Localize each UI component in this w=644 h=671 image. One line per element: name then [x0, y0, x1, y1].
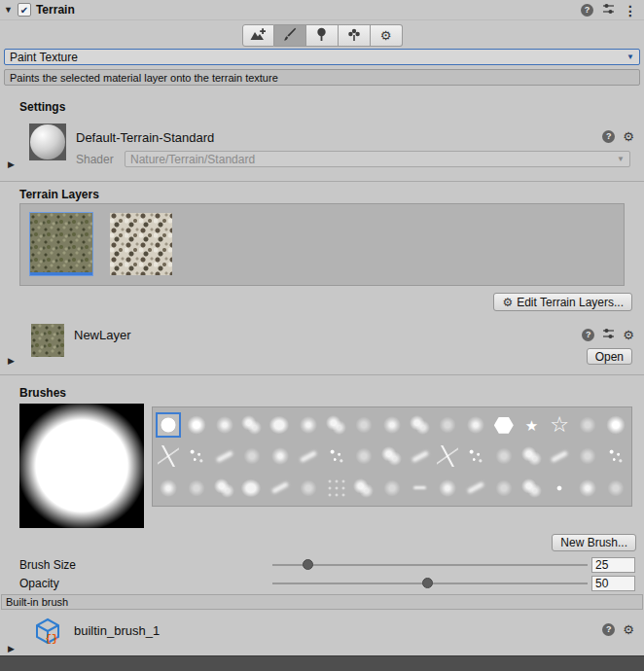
- brush-item[interactable]: [603, 443, 628, 469]
- new-layer-thumbnail[interactable]: [31, 324, 64, 357]
- create-neighbor-terrains-button[interactable]: [242, 24, 274, 47]
- brush-item[interactable]: [212, 443, 237, 469]
- brush-item[interactable]: [239, 412, 265, 438]
- brush-item[interactable]: [296, 443, 321, 469]
- brush-item[interactable]: [379, 412, 405, 438]
- brush-item[interactable]: [463, 412, 488, 438]
- help-icon[interactable]: ?: [581, 4, 593, 17]
- brush-item[interactable]: [239, 443, 265, 469]
- terrain-layer-thumbnail[interactable]: [30, 213, 92, 275]
- material-preview-thumbnail[interactable]: [29, 124, 66, 160]
- new-brush-button-label: New Brush...: [560, 536, 627, 549]
- brush-item[interactable]: [435, 443, 460, 469]
- gear-icon[interactable]: ⚙: [623, 623, 634, 636]
- brush-item[interactable]: [156, 412, 181, 438]
- gear-icon[interactable]: ⚙: [623, 329, 634, 341]
- brush-item[interactable]: [156, 476, 181, 501]
- brush-item[interactable]: [379, 476, 405, 501]
- brush-shape-icon: [605, 477, 626, 499]
- brush-item[interactable]: [324, 476, 349, 501]
- new-brush-button[interactable]: New Brush...: [552, 534, 636, 551]
- paint-trees-button[interactable]: [306, 24, 339, 47]
- help-icon[interactable]: ?: [602, 130, 615, 143]
- brush-item[interactable]: [491, 412, 517, 438]
- slider-knob[interactable]: [422, 578, 433, 588]
- brush-item[interactable]: [575, 476, 600, 501]
- component-foldout-icon[interactable]: ▼: [4, 6, 13, 15]
- new-layer-foldout-icon[interactable]: ▶: [8, 357, 15, 366]
- brush-item[interactable]: [463, 443, 488, 469]
- opacity-field[interactable]: [591, 576, 635, 591]
- paint-terrain-button[interactable]: [274, 24, 306, 47]
- brush-item[interactable]: [212, 412, 237, 438]
- brush-item[interactable]: [268, 443, 293, 469]
- brush-item[interactable]: [184, 412, 209, 438]
- brush-shape-icon: [269, 445, 291, 467]
- brush-item[interactable]: [491, 443, 517, 469]
- paint-details-button[interactable]: [339, 24, 371, 47]
- bottom-panel-strip: [0, 655, 644, 671]
- terrain-inspector: ▼ ✔ Terrain ? ⋮ ⚙: [0, 0, 644, 671]
- brush-item[interactable]: [519, 476, 545, 501]
- brush-item[interactable]: [408, 443, 433, 469]
- brush-size-field[interactable]: [591, 557, 635, 573]
- brush-item[interactable]: [324, 443, 349, 469]
- brush-item[interactable]: [324, 412, 349, 438]
- terrain-layer-thumbnail[interactable]: [110, 213, 172, 275]
- brush-item[interactable]: [575, 412, 600, 438]
- brush-item[interactable]: [268, 476, 293, 501]
- brush-item[interactable]: [547, 412, 572, 438]
- brush-item[interactable]: [435, 412, 460, 438]
- brush-shape-icon: [467, 481, 484, 494]
- preset-icon[interactable]: [602, 328, 615, 342]
- brush-item[interactable]: [435, 476, 460, 501]
- builtin-brush-name: builtin_brush_1: [74, 623, 160, 638]
- brush-item[interactable]: [519, 412, 545, 438]
- brush-item[interactable]: [408, 476, 433, 501]
- help-box: Paints the selected material layer onto …: [4, 69, 640, 86]
- brush-shape-icon: [353, 414, 375, 436]
- preset-icon[interactable]: [602, 3, 615, 18]
- brush-item[interactable]: [575, 443, 600, 469]
- brush-item[interactable]: [296, 476, 321, 501]
- terrain-settings-button[interactable]: ⚙: [371, 24, 403, 47]
- brush-item[interactable]: [184, 476, 209, 501]
- paint-mode-dropdown[interactable]: Paint Texture ▼: [4, 49, 640, 65]
- gear-icon[interactable]: ⚙: [623, 130, 634, 143]
- brush-item[interactable]: [408, 412, 433, 438]
- brush-item[interactable]: [379, 443, 405, 469]
- context-menu-icon[interactable]: ⋮: [624, 4, 637, 18]
- brush-item[interactable]: [296, 412, 321, 438]
- brush-item[interactable]: [463, 476, 488, 501]
- brush-item[interactable]: [603, 476, 628, 501]
- opacity-slider[interactable]: [272, 577, 588, 590]
- brush-item[interactable]: [603, 412, 628, 438]
- brush-shape-icon: [411, 450, 429, 463]
- brush-item[interactable]: [156, 443, 181, 469]
- edit-terrain-layers-label: Edit Terrain Layers...: [517, 296, 624, 309]
- brush-item[interactable]: [268, 412, 293, 438]
- brush-item[interactable]: [491, 476, 517, 501]
- slider-knob[interactable]: [303, 559, 313, 570]
- brush-item[interactable]: [351, 412, 376, 438]
- builtin-brush-foldout-icon[interactable]: ▶: [8, 645, 15, 653]
- brush-size-slider[interactable]: [272, 558, 588, 572]
- help-icon[interactable]: ?: [582, 329, 594, 341]
- brush-item[interactable]: [351, 443, 376, 469]
- brush-item[interactable]: [239, 476, 265, 501]
- brush-shape-icon: [577, 414, 598, 436]
- brush-item[interactable]: [212, 476, 237, 501]
- enabled-checkbox[interactable]: ✔: [18, 3, 31, 17]
- help-icon[interactable]: ?: [602, 623, 615, 636]
- brush-item[interactable]: [351, 476, 376, 501]
- brush-shape-icon: [493, 445, 515, 467]
- brush-item[interactable]: [547, 476, 572, 501]
- edit-terrain-layers-button[interactable]: ⚙ Edit Terrain Layers...: [493, 293, 632, 311]
- open-button[interactable]: Open: [587, 348, 632, 365]
- material-foldout-icon[interactable]: ▶: [8, 160, 15, 169]
- brush-item[interactable]: [519, 443, 545, 469]
- brush-item[interactable]: [184, 443, 209, 469]
- separator: [0, 374, 644, 375]
- terrain-layers-label: Terrain Layers: [19, 188, 99, 201]
- brush-item[interactable]: [547, 443, 572, 469]
